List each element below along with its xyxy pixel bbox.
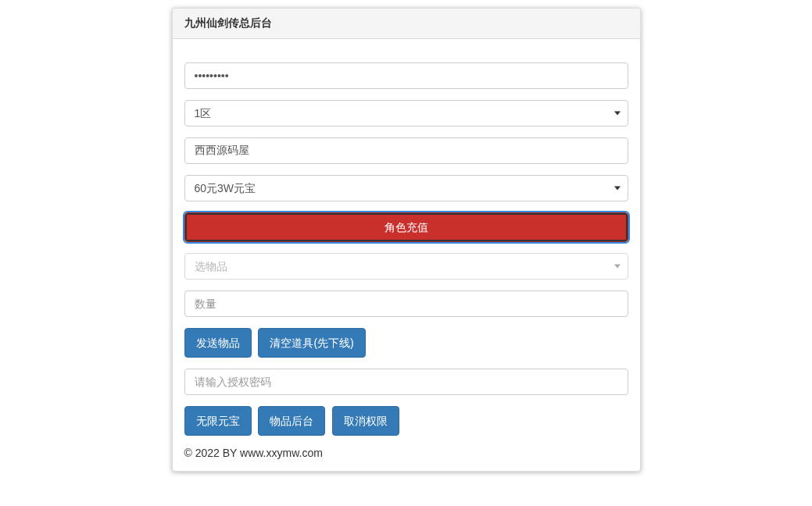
recharge-button[interactable]: 角色充值: [184, 212, 628, 242]
recharge-select[interactable]: 60元3W元宝: [184, 175, 628, 201]
item-backend-button[interactable]: 物品后台: [258, 406, 325, 436]
role-name-input[interactable]: [184, 137, 628, 164]
clear-items-button[interactable]: 清空道具(先下线): [258, 328, 365, 358]
panel-title: 九州仙剑传总后台: [173, 9, 640, 39]
admin-panel: 九州仙剑传总后台 1区 60元3W元宝 角色充值 选物品: [172, 8, 641, 472]
quantity-input[interactable]: [184, 290, 628, 317]
password-input[interactable]: [184, 62, 628, 89]
zone-select[interactable]: 1区: [184, 100, 628, 126]
auth-password-input[interactable]: [184, 369, 628, 395]
cancel-permission-button[interactable]: 取消权限: [332, 406, 399, 436]
copyright-text: © 2022 BY www.xxymw.com: [184, 447, 628, 459]
item-select[interactable]: 选物品: [184, 253, 628, 280]
send-item-button[interactable]: 发送物品: [184, 328, 252, 358]
panel-body: 1区 60元3W元宝 角色充值 选物品 发送物品 清空道具(: [173, 39, 640, 471]
unlimited-gold-button[interactable]: 无限元宝: [184, 406, 252, 436]
